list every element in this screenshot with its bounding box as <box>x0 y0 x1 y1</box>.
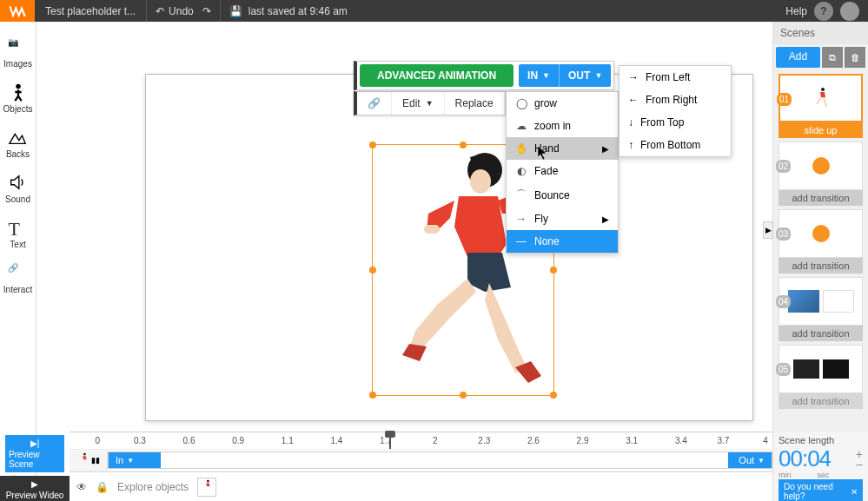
hand-icon: ✋ <box>515 142 527 155</box>
help-icon[interactable]: ? <box>814 2 833 21</box>
tool-backs[interactable]: Backs <box>6 121 30 166</box>
add-transition-button[interactable]: add transition <box>779 393 863 409</box>
need-help-bar[interactable]: Do you need help?✕ <box>779 479 863 501</box>
duplicate-scene-button[interactable]: ⧉ <box>822 47 843 68</box>
link-button[interactable]: 🔗 <box>357 92 392 115</box>
submenu-from-right[interactable]: ←From Right <box>620 89 731 111</box>
menu-item-fade[interactable]: ◐Fade <box>507 160 618 182</box>
resize-handle[interactable] <box>369 267 376 274</box>
scenes-panel-title: Scenes <box>773 22 868 44</box>
scene-03[interactable]: 03 add transition <box>779 209 863 274</box>
logo[interactable] <box>0 0 35 22</box>
clip-bar[interactable]: In▼ Out▼ <box>108 452 772 470</box>
submenu-from-bottom[interactable]: ↑From Bottom <box>620 134 731 156</box>
min-label: min <box>779 471 792 479</box>
tool-images[interactable]: 📷Images <box>3 30 32 76</box>
object-thumbnail[interactable] <box>197 478 216 497</box>
add-scene-button[interactable]: Add <box>776 47 820 68</box>
add-transition-button[interactable]: add transition <box>779 258 863 274</box>
resize-handle[interactable] <box>460 142 467 148</box>
collapse-scenes-button[interactable]: ▶ <box>763 221 773 239</box>
undo-button[interactable]: ↶ Undo <box>156 5 194 17</box>
add-transition-button[interactable]: add transition <box>779 326 863 341</box>
scene-number: 05 <box>776 363 791 376</box>
tick: 0.3 <box>134 436 146 445</box>
submenu-label: From Top <box>640 116 684 129</box>
tick: 3.4 <box>675 436 687 445</box>
clip-in-label: In <box>116 455 123 465</box>
menu-item-bounce[interactable]: ⌒Bounce <box>507 182 618 208</box>
help-label[interactable]: Help <box>785 5 807 17</box>
avatar[interactable] <box>840 2 859 21</box>
animation-in-tab[interactable]: IN▼ <box>519 64 559 87</box>
preview-wideo-label: Preview Wideo <box>6 491 64 500</box>
timeline-track[interactable]: ▮▮ In▼ Out▼ <box>70 450 772 472</box>
out-label: OUT <box>568 69 590 82</box>
submenu-from-top[interactable]: ↓From Top <box>620 111 731 134</box>
clip-in-handle[interactable]: In▼ <box>109 452 161 469</box>
svg-point-11 <box>207 479 209 482</box>
menu-item-zoomin[interactable]: ☁zoom in <box>507 115 618 137</box>
delete-scene-button[interactable]: 🗑 <box>845 47 865 68</box>
tool-text[interactable]: TText <box>9 211 28 256</box>
resize-handle[interactable] <box>369 142 376 148</box>
sec-label: sec <box>818 471 830 479</box>
scene-length-label: Scene length <box>779 435 863 445</box>
add-transition-button[interactable]: add transition <box>779 190 863 206</box>
play-icon: ▶ <box>31 479 38 489</box>
camera-icon: 📷 <box>8 37 27 56</box>
animation-in-dropdown: ◯grow ☁zoom in ✋Hand▶ ◐Fade ⌒Bounce →Fly… <box>506 91 619 254</box>
menu-label: Fly <box>534 213 548 225</box>
edit-button[interactable]: Edit ▼ <box>392 92 445 115</box>
tick: 3.7 <box>717 436 729 445</box>
preview-scene-button[interactable]: ▶|Preview Scene <box>5 435 64 472</box>
timeline-ruler[interactable]: 0 0.3 0.6 0.9 1.1 1.4 1.7 2 2.3 2.6 2.9 … <box>70 432 772 450</box>
menu-item-hand[interactable]: ✋Hand▶ <box>507 137 618 160</box>
undo-label: Undo <box>169 5 194 17</box>
tick: 0.9 <box>232 436 244 445</box>
play-icon: ▶| <box>30 438 40 448</box>
arrow-up-icon: ↑ <box>628 139 633 151</box>
tool-interact-label: Interact <box>3 285 32 294</box>
scene-number: 02 <box>776 160 791 173</box>
svg-point-0 <box>16 84 21 89</box>
replace-button[interactable]: Replace <box>445 92 505 115</box>
tool-objects[interactable]: Objects <box>3 76 33 121</box>
lock-toggle[interactable]: 🔒 <box>96 481 109 493</box>
advanced-animation-button[interactable]: ADVANCED ANIMATION <box>360 64 514 87</box>
submenu-from-left[interactable]: →From Left <box>620 66 731 89</box>
tool-sound[interactable]: Sound <box>5 166 30 211</box>
arrow-down-icon: ↓ <box>628 116 633 129</box>
bounce-icon: ⌒ <box>515 188 527 202</box>
scene-02[interactable]: 02 add transition <box>779 142 863 206</box>
scene-01[interactable]: 01 slide up <box>779 74 863 138</box>
track-object-thumb[interactable]: ▮▮ <box>70 450 108 471</box>
decrease-length-button[interactable]: − <box>856 459 863 470</box>
animation-out-tab[interactable]: OUT▼ <box>559 64 611 87</box>
tick: 2.9 <box>577 436 589 445</box>
redo-button[interactable]: ↷ <box>202 5 211 17</box>
menu-label: zoom in <box>534 120 571 132</box>
svg-point-10 <box>83 453 86 456</box>
menu-label: Bounce <box>534 189 570 201</box>
clip-out-handle[interactable]: Out▼ <box>728 452 772 469</box>
scene-04[interactable]: 04 add transition <box>779 277 863 341</box>
menu-item-none[interactable]: —None <box>507 230 618 253</box>
tool-backs-label: Backs <box>6 149 30 159</box>
tool-interact[interactable]: 🔗Interact <box>3 256 32 301</box>
help-text: Do you need help? <box>784 482 851 501</box>
project-title[interactable]: Test placeholder t... <box>35 0 147 22</box>
visibility-toggle[interactable]: 👁 <box>76 481 87 493</box>
playhead[interactable] <box>389 432 391 449</box>
resize-handle[interactable] <box>369 392 376 399</box>
chevron-right-icon: ▶ <box>602 214 609 224</box>
pause-icon: ▮▮ <box>91 456 100 465</box>
scene-transition-badge[interactable]: slide up <box>779 122 863 138</box>
scene-05[interactable]: 05 add transition <box>779 345 863 409</box>
tick: 1.1 <box>282 436 294 445</box>
preview-wideo-button[interactable]: ▶Preview Wideo <box>0 476 70 501</box>
close-icon[interactable]: ✕ <box>851 487 858 497</box>
save-icon[interactable]: 💾 <box>229 5 242 17</box>
menu-item-grow[interactable]: ◯grow <box>507 92 618 115</box>
menu-item-fly[interactable]: →Fly▶ <box>507 208 618 230</box>
